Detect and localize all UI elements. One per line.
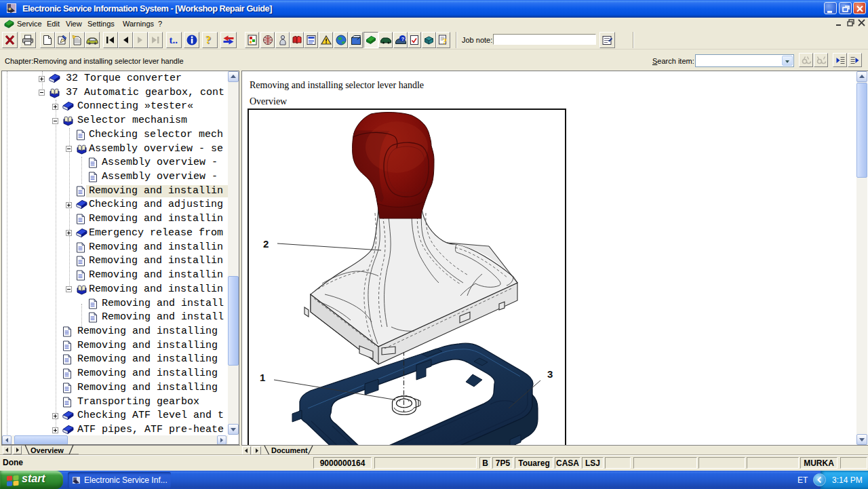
svg-text:Overview: Overview [31,446,64,454]
svg-text:?: ? [442,36,447,45]
svg-text:?: ? [205,35,211,45]
svg-text:3: 3 [547,368,553,380]
svg-text:t..: t.. [169,35,178,45]
svg-text:1: 1 [260,372,265,383]
svg-text:2: 2 [263,238,269,250]
svg-text:?: ? [401,36,404,42]
svg-text:Document: Document [271,446,308,454]
